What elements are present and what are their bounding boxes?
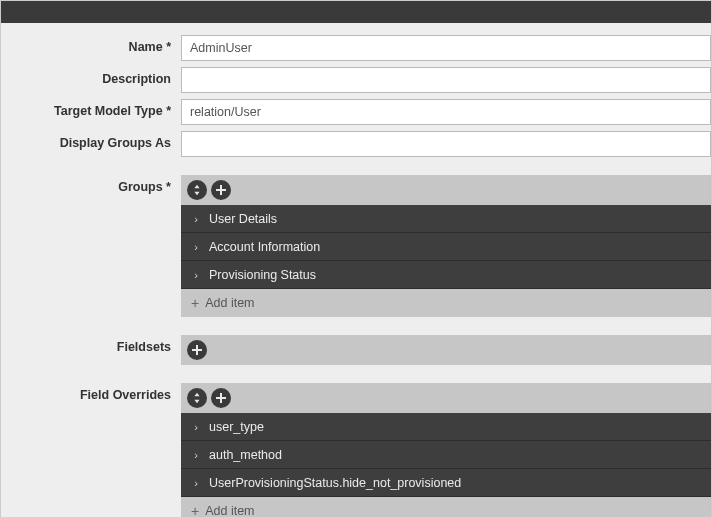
field-overrides-header — [181, 383, 711, 413]
field-overrides-add-label: Add item — [205, 504, 254, 517]
add-icon[interactable] — [187, 340, 207, 360]
groups-add-item[interactable]: + Add item — [181, 289, 711, 317]
field-overrides-item-label: auth_method — [209, 448, 282, 462]
field-overrides-item[interactable]: › UserProvisioningStatus.hide_not_provis… — [181, 469, 711, 497]
name-input[interactable] — [181, 35, 711, 61]
plus-icon: + — [191, 296, 199, 310]
label-fieldsets: Fieldsets — [1, 335, 181, 354]
groups-item-label: Account Information — [209, 240, 320, 254]
field-overrides-add-item[interactable]: + Add item — [181, 497, 711, 517]
groups-add-label: Add item — [205, 296, 254, 310]
groups-item[interactable]: › Provisioning Status — [181, 261, 711, 289]
label-groups: Groups * — [1, 175, 181, 194]
chevron-right-icon: › — [191, 241, 201, 253]
field-overrides-item[interactable]: › user_type — [181, 413, 711, 441]
label-description: Description — [1, 67, 181, 86]
groups-item[interactable]: › User Details — [181, 205, 711, 233]
chevron-right-icon: › — [191, 477, 201, 489]
plus-icon: + — [191, 504, 199, 517]
groups-item-label: User Details — [209, 212, 277, 226]
groups-item-label: Provisioning Status — [209, 268, 316, 282]
label-target-model-type: Target Model Type * — [1, 99, 181, 118]
field-overrides-item[interactable]: › auth_method — [181, 441, 711, 469]
add-icon[interactable] — [211, 388, 231, 408]
form-body: Name * Description Target Model Type * D… — [1, 23, 711, 517]
field-overrides-item-label: user_type — [209, 420, 264, 434]
field-overrides-item-label: UserProvisioningStatus.hide_not_provisio… — [209, 476, 461, 490]
display-groups-as-input[interactable] — [181, 131, 711, 157]
label-display-groups-as: Display Groups As — [1, 131, 181, 150]
chevron-right-icon: › — [191, 269, 201, 281]
collapse-toggle-icon[interactable] — [187, 388, 207, 408]
form-panel: Name * Description Target Model Type * D… — [0, 0, 712, 517]
panel-titlebar — [1, 1, 711, 23]
fieldsets-header — [181, 335, 711, 365]
chevron-right-icon: › — [191, 449, 201, 461]
description-input[interactable] — [181, 67, 711, 93]
chevron-right-icon: › — [191, 421, 201, 433]
groups-item[interactable]: › Account Information — [181, 233, 711, 261]
label-field-overrides: Field Overrides — [1, 383, 181, 402]
label-name: Name * — [1, 35, 181, 54]
groups-header — [181, 175, 711, 205]
add-icon[interactable] — [211, 180, 231, 200]
chevron-right-icon: › — [191, 213, 201, 225]
collapse-toggle-icon[interactable] — [187, 180, 207, 200]
target-model-type-input[interactable] — [181, 99, 711, 125]
